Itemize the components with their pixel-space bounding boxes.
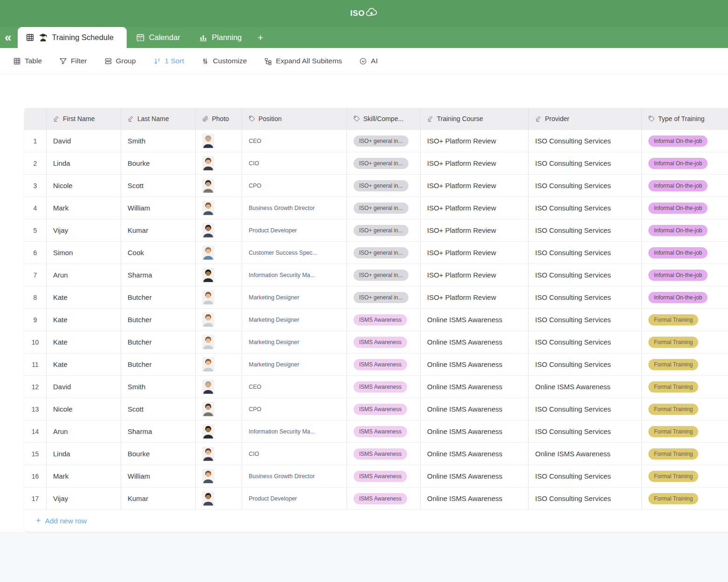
cell-training-course[interactable]: Online ISMS Awareness <box>421 443 529 465</box>
cell-provider[interactable]: ISO Consulting Services <box>529 264 642 286</box>
cell-type-of-training[interactable]: Formal Training <box>642 443 728 465</box>
cell-type-of-training[interactable]: Informal On-the-job <box>642 197 728 219</box>
cell-last-name[interactable]: Scott <box>121 175 196 196</box>
cell-position[interactable]: Marketing Designer <box>242 309 347 331</box>
toolbar-filter-button[interactable]: Filter <box>59 57 87 65</box>
cell-provider[interactable]: ISO Consulting Services <box>529 398 642 420</box>
cell-provider[interactable]: ISO Consulting Services <box>529 353 642 375</box>
skill-pill[interactable]: ISMS Awareness <box>354 448 407 460</box>
cell-photo[interactable] <box>196 175 242 196</box>
cell-type-of-training[interactable]: Informal On-the-job <box>642 130 728 152</box>
cell-first-name[interactable]: Arun <box>47 420 121 442</box>
cell-type-of-training[interactable]: Informal On-the-job <box>642 175 728 196</box>
column-header-row-number[interactable] <box>24 108 47 129</box>
photo-thumbnail[interactable] <box>202 469 214 483</box>
column-header-skill-competence[interactable]: Skill/Compe... <box>347 108 421 129</box>
training-type-pill[interactable]: Informal On-the-job <box>648 158 708 169</box>
toolbar-customize-button[interactable]: Customize <box>201 57 247 65</box>
cell-last-name[interactable]: Smith <box>121 130 196 152</box>
cell-position[interactable]: Customer Success Spec... <box>242 242 347 264</box>
cell-skill-competence[interactable]: ISO+ general in... <box>347 175 421 196</box>
row-number[interactable]: 6 <box>24 242 47 264</box>
cell-training-course[interactable]: Online ISMS Awareness <box>421 353 529 375</box>
skill-pill[interactable]: ISO+ general in... <box>354 225 408 236</box>
cell-photo[interactable] <box>196 376 242 398</box>
cell-photo[interactable] <box>196 242 242 264</box>
cell-position[interactable]: Business Growth Director <box>242 465 347 487</box>
photo-thumbnail[interactable] <box>202 379 214 394</box>
cell-last-name[interactable]: Butcher <box>121 353 196 375</box>
photo-thumbnail[interactable] <box>202 491 214 506</box>
training-type-pill[interactable]: Formal Training <box>648 381 698 393</box>
skill-pill[interactable]: ISMS Awareness <box>354 314 407 325</box>
training-type-pill[interactable]: Formal Training <box>648 359 698 370</box>
cell-training-course[interactable]: Online ISMS Awareness <box>421 398 529 420</box>
cell-provider[interactable]: ISO Consulting Services <box>529 219 642 241</box>
cell-first-name[interactable]: Vijay <box>47 219 121 241</box>
cell-first-name[interactable]: Kate <box>47 309 121 331</box>
cell-last-name[interactable]: Sharma <box>121 264 196 286</box>
cell-type-of-training[interactable]: Informal On-the-job <box>642 264 728 286</box>
training-type-pill[interactable]: Formal Training <box>648 426 698 437</box>
cell-provider[interactable]: ISO Consulting Services <box>529 242 642 264</box>
cell-first-name[interactable]: Mark <box>47 465 121 487</box>
add-new-row-button[interactable]: + Add new row <box>24 509 728 532</box>
photo-thumbnail[interactable] <box>202 290 214 305</box>
cell-type-of-training[interactable]: Formal Training <box>642 331 728 353</box>
photo-thumbnail[interactable] <box>202 402 214 416</box>
row-number[interactable]: 11 <box>24 353 47 375</box>
cell-position[interactable]: CEO <box>242 130 347 152</box>
cell-last-name[interactable]: Smith <box>121 376 196 398</box>
cell-position[interactable]: CIO <box>242 152 347 174</box>
cell-training-course[interactable]: Online ISMS Awareness <box>421 420 529 442</box>
cell-type-of-training[interactable]: Formal Training <box>642 487 728 509</box>
cell-first-name[interactable]: Kate <box>47 353 121 375</box>
photo-thumbnail[interactable] <box>202 223 214 237</box>
skill-pill[interactable]: ISMS Awareness <box>354 426 407 437</box>
row-number[interactable]: 4 <box>24 197 47 219</box>
cell-skill-competence[interactable]: ISO+ general in... <box>347 286 421 308</box>
cell-provider[interactable]: ISO Consulting Services <box>529 465 642 487</box>
photo-thumbnail[interactable] <box>202 312 214 327</box>
row-number[interactable]: 5 <box>24 219 47 241</box>
training-type-pill[interactable]: Informal On-the-job <box>648 180 708 191</box>
skill-pill[interactable]: ISMS Awareness <box>354 337 407 348</box>
photo-thumbnail[interactable] <box>202 245 214 260</box>
row-number[interactable]: 14 <box>24 420 47 442</box>
cell-first-name[interactable]: Kate <box>47 331 121 353</box>
collapse-sidebar-button[interactable]: « <box>0 31 17 48</box>
photo-thumbnail[interactable] <box>202 134 214 148</box>
cell-type-of-training[interactable]: Formal Training <box>642 465 728 487</box>
cell-photo[interactable] <box>196 197 242 219</box>
row-number[interactable]: 15 <box>24 443 47 465</box>
cell-position[interactable]: Marketing Designer <box>242 331 347 353</box>
skill-pill[interactable]: ISMS Awareness <box>354 493 407 504</box>
row-number[interactable]: 13 <box>24 398 47 420</box>
tab-planning[interactable]: Planning <box>190 27 251 48</box>
cell-photo[interactable] <box>196 331 242 353</box>
cell-first-name[interactable]: Linda <box>47 152 121 174</box>
cell-first-name[interactable]: Mark <box>47 197 121 219</box>
column-header-photo[interactable]: Photo <box>196 108 242 129</box>
cell-last-name[interactable]: Kumar <box>121 219 196 241</box>
cell-type-of-training[interactable]: Formal Training <box>642 309 728 331</box>
cell-training-course[interactable]: Online ISMS Awareness <box>421 487 529 509</box>
skill-pill[interactable]: ISO+ general in... <box>354 158 408 169</box>
cell-last-name[interactable]: Sharma <box>121 420 196 442</box>
cell-position[interactable]: Marketing Designer <box>242 353 347 375</box>
training-type-pill[interactable]: Formal Training <box>648 404 698 415</box>
row-number[interactable]: 9 <box>24 309 47 331</box>
cell-last-name[interactable]: William <box>121 197 196 219</box>
photo-thumbnail[interactable] <box>202 156 214 170</box>
cell-photo[interactable] <box>196 353 242 375</box>
cell-first-name[interactable]: Nicole <box>47 398 121 420</box>
cell-provider[interactable]: ISO Consulting Services <box>529 420 642 442</box>
cell-photo[interactable] <box>196 465 242 487</box>
cell-skill-competence[interactable]: ISO+ general in... <box>347 242 421 264</box>
training-type-pill[interactable]: Informal On-the-job <box>648 225 708 236</box>
cell-position[interactable]: Information Security Ma... <box>242 264 347 286</box>
cell-first-name[interactable]: Nicole <box>47 175 121 196</box>
cell-first-name[interactable]: Linda <box>47 443 121 465</box>
cell-skill-competence[interactable]: ISMS Awareness <box>347 331 421 353</box>
cell-type-of-training[interactable]: Informal On-the-job <box>642 152 728 174</box>
